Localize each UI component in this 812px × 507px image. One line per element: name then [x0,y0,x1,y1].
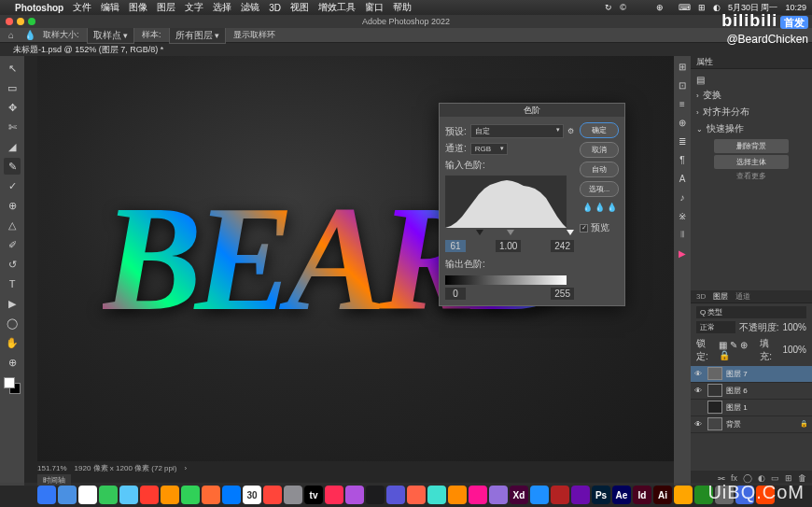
zoom-tool-icon[interactable]: ⊕ [4,354,21,371]
transform-section[interactable]: ›变换 [696,87,806,104]
status-icon[interactable]: ⊕ [656,3,664,12]
dock-app-icon[interactable]: Ae [612,486,631,504]
tab-layers[interactable]: 图层 [713,291,728,302]
preview-checkbox[interactable]: ✓ 预览 [580,221,619,234]
layer-row[interactable]: 图层 1 [691,400,812,416]
panel-icon[interactable]: ▶ [676,246,689,260]
checkbox-icon[interactable]: ✓ [580,224,588,232]
black-point-handle[interactable] [476,230,483,235]
dock-app-icon[interactable]: tv [304,486,323,504]
dock-app-icon[interactable] [530,486,549,504]
heal-tool-icon[interactable]: ✓ [4,177,21,194]
preset-menu-icon[interactable]: ⚙ [567,127,574,135]
gray-eyedropper-icon[interactable]: 💧 [595,203,605,212]
dock-app-icon[interactable] [263,486,282,504]
menu-3d[interactable]: 3D [269,3,281,13]
input-black-value[interactable]: 61 [445,240,466,252]
menu-select[interactable]: 选择 [213,1,231,14]
dock-app-icon[interactable] [202,486,220,504]
tab-channels[interactable]: 通道 [735,291,750,302]
panel-icon[interactable]: ⊕ [676,116,689,129]
dock-app-icon[interactable]: Xd [510,486,528,504]
properties-header[interactable]: 属性 [691,56,812,69]
dock-app-icon[interactable] [386,486,405,504]
dock-app-icon[interactable] [325,486,343,504]
blend-mode-dropdown[interactable]: 正常 [696,321,735,333]
fill-value[interactable]: 100% [782,345,806,355]
panel-icon[interactable]: ⊡ [676,78,689,92]
dock-app-icon[interactable]: Ai [653,486,672,504]
dock-app-icon[interactable] [78,486,97,504]
midtone-handle[interactable] [507,230,514,235]
foreground-color-icon[interactable] [4,377,15,388]
levels-dialog[interactable]: 色阶 预设: 自定 ⚙ 通道: RGB 输入色阶: [439,103,625,306]
move-tool-icon[interactable]: ↖ [4,60,21,77]
stamp-tool-icon[interactable]: △ [4,217,21,233]
dock-app-icon[interactable]: Id [633,486,651,504]
app-name[interactable]: Photoshop [15,3,63,13]
output-black-value[interactable]: 0 [445,288,466,300]
menu-filter[interactable]: 滤镜 [241,1,259,14]
dock-app-icon[interactable] [140,486,159,504]
status-icon[interactable]: ↻ [605,3,612,12]
menu-window[interactable]: 窗口 [365,1,384,14]
layer-row[interactable]: 👁 背景 🔒 [691,416,812,433]
quick-actions-section[interactable]: ⌄快速操作 [696,120,806,137]
output-white-value[interactable]: 255 [551,288,574,300]
panel-icon[interactable]: ⊞ [676,60,689,73]
align-section[interactable]: ›对齐并分布 [696,104,806,120]
opacity-value[interactable]: 100% [782,322,806,332]
dock-app-icon[interactable] [181,486,200,504]
panel-icon[interactable]: ¶ [676,153,689,166]
sample-dropdown[interactable]: 所有图层 ▾ [169,27,227,44]
menu-edit[interactable]: 编辑 [101,1,119,14]
layer-name[interactable]: 图层 7 [726,369,748,379]
dock-app-icon[interactable] [119,486,138,504]
panel-icon[interactable]: ⫴ [676,228,689,241]
dock-app-icon[interactable]: Ps [592,486,610,504]
visibility-icon[interactable]: 👁 [694,387,704,395]
visibility-icon[interactable]: 👁 [694,420,704,429]
gradient-tool-icon[interactable]: ↺ [4,256,21,273]
minimize-window-icon[interactable] [17,18,24,25]
tab-3d[interactable]: 3D [696,292,706,301]
shape-tool-icon[interactable]: ◯ [4,315,21,331]
dock-app-icon[interactable] [407,486,426,504]
type-panel-icon[interactable]: A [676,172,689,185]
layer-kind-dropdown[interactable]: Q 类型 [696,306,806,318]
white-point-handle[interactable] [567,230,574,235]
view-more-link[interactable]: 查看更多 [696,171,806,181]
keyboard-icon[interactable]: ⌨ [679,3,691,12]
input-mid-value[interactable]: 1.00 [496,240,521,252]
dock-app-icon[interactable] [37,486,56,504]
menu-type[interactable]: 文字 [185,1,203,14]
dock-app-icon[interactable] [366,486,385,504]
eraser-tool-icon[interactable]: ✐ [4,236,21,253]
layer-thumbnail[interactable] [707,417,722,430]
panel-icon[interactable]: ≣ [676,134,689,148]
type-tool-icon[interactable]: T [4,275,21,292]
path-tool-icon[interactable]: ▶ [4,295,21,312]
dock-app-icon[interactable] [427,486,446,504]
status-icon[interactable]: © [620,3,626,12]
layer-name[interactable]: 图层 1 [726,402,748,413]
menu-layer[interactable]: 图层 [157,1,175,14]
input-slider[interactable] [445,230,574,239]
home-icon[interactable]: ⌂ [6,30,17,41]
hand-tool-icon[interactable]: ✋ [4,334,21,351]
lasso-tool-icon[interactable]: ✥ [4,99,21,116]
dock-app-icon[interactable] [571,486,590,504]
panel-icon[interactable]: ※ [676,209,689,222]
control-icon[interactable]: ◐ [713,3,721,12]
dock-app-icon[interactable] [58,486,77,504]
menu-plugins[interactable]: 增效工具 [318,1,356,14]
layer-name[interactable]: 图层 6 [726,386,748,396]
panel-icon[interactable]: ≡ [676,97,689,110]
dock-app-icon[interactable] [99,486,118,504]
brush-tool-icon[interactable]: ⊕ [4,197,21,214]
color-swatch[interactable] [4,377,21,394]
frame-tool-icon[interactable]: ◢ [4,138,21,155]
ok-button[interactable]: 确定 [580,122,619,138]
input-white-value[interactable]: 242 [551,240,574,252]
dock-app-icon[interactable] [448,486,467,504]
